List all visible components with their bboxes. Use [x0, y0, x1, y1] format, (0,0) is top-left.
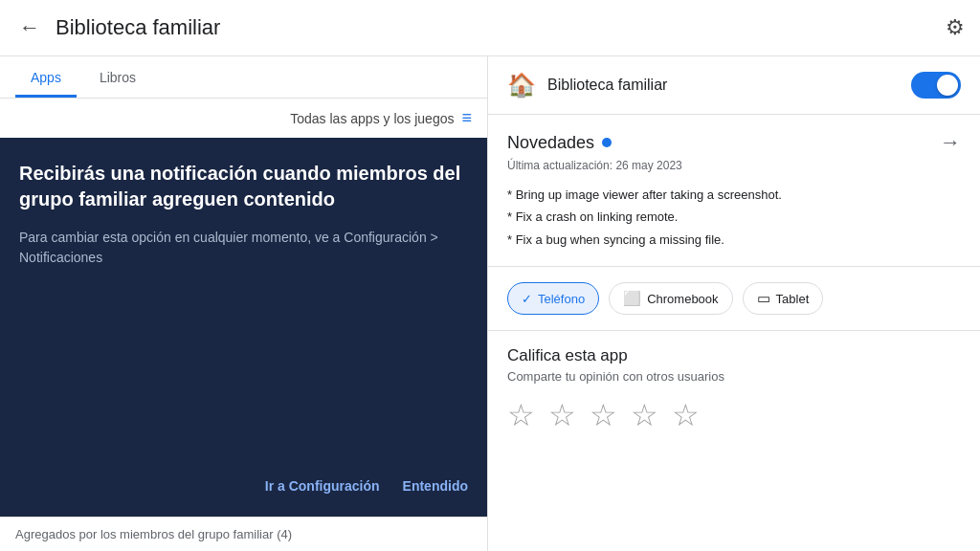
- filter-icon[interactable]: ≡: [461, 108, 472, 128]
- stars-row: ☆☆☆☆☆: [507, 397, 961, 433]
- go-to-settings-button[interactable]: Ir a Configuración: [265, 474, 380, 497]
- novedades-title: Novedades: [507, 133, 594, 153]
- tabs-bar: Apps Libros: [0, 56, 487, 99]
- notification-card: Recibirás una notificación cuando miembr…: [0, 138, 487, 517]
- novedades-date: Última actualización: 26 may 2023: [507, 159, 961, 172]
- star-1[interactable]: ☆: [507, 397, 535, 433]
- chip-device-icon: ⬜: [623, 290, 641, 307]
- house-icon: 🏠: [507, 72, 536, 99]
- bullet-item: * Fix a crash on linking remote.: [507, 206, 961, 228]
- back-button[interactable]: ←: [15, 11, 44, 44]
- chip-label: Teléfono: [538, 292, 585, 306]
- novedades-header: Novedades →: [507, 130, 961, 155]
- rate-title: Califica esta app: [507, 346, 961, 365]
- novedades-title-row: Novedades: [507, 133, 612, 153]
- device-chip-chromebook[interactable]: ⬜Chromebook: [609, 282, 732, 315]
- chip-label: Tablet: [776, 292, 810, 306]
- novedades-section: Novedades → Última actualización: 26 may…: [488, 115, 980, 267]
- device-chip-telefono[interactable]: ✓Teléfono: [507, 282, 599, 315]
- tab-libros[interactable]: Libros: [84, 56, 151, 98]
- bullet-item: * Fix a bug when syncing a missing file.: [507, 229, 961, 251]
- left-panel: Apps Libros Todas las apps y los juegos …: [0, 56, 488, 551]
- family-members-count: Agregados por los miembros del grupo fam…: [0, 517, 487, 551]
- tab-apps[interactable]: Apps: [15, 56, 77, 98]
- filter-label: Todas las apps y los juegos: [290, 111, 454, 126]
- understood-button[interactable]: Entendido: [403, 474, 468, 497]
- notification-actions: Ir a Configuración Entendido: [19, 474, 468, 497]
- settings-icon[interactable]: ⚙: [946, 15, 965, 40]
- novedades-bullets: * Bring up image viewer after taking a s…: [507, 184, 961, 251]
- device-chips: ✓Teléfono⬜Chromebook▭Tablet: [488, 267, 980, 331]
- new-indicator-dot: [602, 138, 612, 147]
- notification-title: Recibirás una notificación cuando miembr…: [19, 161, 468, 212]
- rate-subtitle: Comparte tu opinión con otros usuarios: [507, 369, 961, 384]
- header: ← Biblioteca familiar ⚙: [0, 0, 980, 56]
- notification-body: Para cambiar esta opción en cualquier mo…: [19, 228, 468, 268]
- page-title: Biblioteca familiar: [56, 15, 934, 40]
- chip-check-icon: ✓: [522, 292, 532, 306]
- star-5[interactable]: ☆: [672, 397, 700, 433]
- chip-device-icon: ▭: [757, 290, 770, 307]
- star-2[interactable]: ☆: [548, 397, 576, 433]
- novedades-arrow-icon[interactable]: →: [940, 130, 961, 155]
- chip-label: Chromebook: [647, 292, 718, 306]
- main-content: Apps Libros Todas las apps y los juegos …: [0, 56, 980, 551]
- star-3[interactable]: ☆: [590, 397, 617, 433]
- rate-section: Califica esta app Comparte tu opinión co…: [488, 331, 980, 449]
- family-library-row: 🏠 Biblioteca familiar: [488, 56, 980, 115]
- bullet-item: * Bring up image viewer after taking a s…: [507, 184, 961, 206]
- filter-bar: Todas las apps y los juegos ≡: [0, 99, 487, 138]
- right-panel: 🏠 Biblioteca familiar Novedades → Última…: [488, 56, 980, 551]
- device-chip-tablet[interactable]: ▭Tablet: [743, 282, 824, 315]
- family-library-label: Biblioteca familiar: [547, 77, 900, 94]
- family-library-toggle[interactable]: [911, 72, 961, 99]
- star-4[interactable]: ☆: [631, 397, 658, 433]
